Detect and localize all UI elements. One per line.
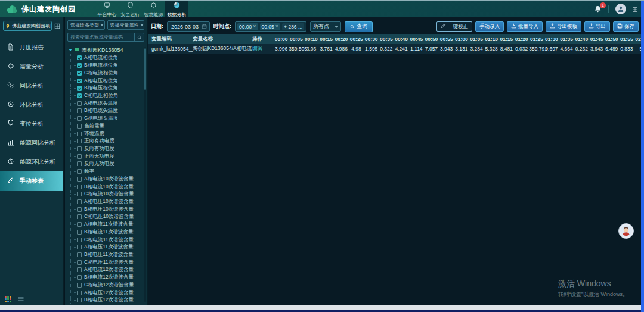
tree-item-checkbox[interactable] [77, 124, 82, 129]
variable-attr-select[interactable]: 选择变量属性 [107, 20, 145, 30]
user-menu-icon[interactable] [633, 4, 637, 14]
tree-item[interactable]: 反向有功电度 [65, 145, 144, 153]
tree-item-checkbox[interactable] [77, 71, 82, 76]
tree-item[interactable]: B相电压11次谐波含量 [65, 251, 144, 259]
tree-item-checkbox[interactable] [77, 154, 82, 159]
tree-item-checkbox[interactable] [77, 108, 82, 113]
sidebar-item-mom-analysis[interactable]: 环比分析 [0, 95, 63, 114]
tree-item-checkbox[interactable] [77, 245, 82, 249]
tree-item[interactable]: A相电压11次谐波含量 [65, 244, 144, 251]
tree-item-checkbox[interactable] [77, 230, 82, 235]
tree-item[interactable]: A相电压相位角 [65, 77, 144, 85]
more-timepoints-chip[interactable]: + 286 ... [282, 23, 304, 30]
tree-item[interactable]: 反向无功电度 [65, 160, 144, 168]
chip-remove-icon[interactable]: × [253, 24, 256, 29]
user-avatar[interactable] [615, 4, 626, 14]
tree-item-checkbox[interactable] [77, 146, 82, 151]
tree-item-checkbox[interactable] [77, 132, 82, 136]
edit-link[interactable]: 编辑 [252, 45, 262, 51]
tree-item[interactable]: 当前需量 [65, 122, 144, 130]
tree-item-checkbox[interactable] [77, 63, 82, 68]
sidebar-item-energy-mom-analysis[interactable]: 能源环比分析 [0, 152, 63, 171]
tree-search-input[interactable] [68, 33, 134, 41]
tree-scrollbar[interactable] [144, 47, 146, 302]
tree-item[interactable]: 频率 [65, 168, 144, 176]
expand-caret-icon[interactable] [69, 49, 72, 51]
tree-item[interactable]: C相电压相位角 [65, 92, 144, 100]
tree-item-checkbox[interactable] [77, 93, 82, 98]
tree-item-checkbox[interactable] [77, 283, 82, 288]
app-launcher-icon[interactable] [5, 296, 11, 302]
tree-item-checkbox[interactable] [77, 177, 82, 182]
nav-tab-energy[interactable]: 智慧能源 [142, 1, 165, 17]
tree-item-checkbox[interactable] [77, 79, 82, 83]
tree-item-checkbox[interactable] [77, 161, 82, 166]
tree-item-checkbox[interactable] [77, 275, 82, 280]
tree-item[interactable]: C相电流10次谐波含量 [65, 191, 144, 198]
tree-item[interactable]: A相电流相位角 [65, 54, 144, 62]
tree-item-checkbox[interactable] [77, 55, 82, 60]
sidebar-item-manual-meter-reading[interactable]: 手动抄表 [0, 171, 63, 191]
date-picker[interactable] [167, 21, 210, 32]
nav-tab-data[interactable]: 数据分析 [165, 1, 188, 17]
project-selector[interactable]: 佛山建发陶创园项目 [3, 21, 52, 31]
tree-item-checkbox[interactable] [77, 207, 82, 212]
manual-entry-button[interactable]: 手动录入 [475, 21, 504, 32]
tree-item[interactable]: C相电流相位角 [65, 69, 144, 77]
tree-item[interactable]: B相电流12次谐波含量 [65, 274, 144, 282]
tree-item[interactable]: B相电流11次谐波含量 [65, 229, 144, 236]
chip-remove-icon[interactable]: × [275, 24, 278, 29]
export-template-button[interactable]: 导出模板 [546, 21, 581, 32]
tree-item[interactable]: C相电流12次谐波含量 [65, 282, 144, 289]
sidebar-item-demand-analysis[interactable]: 需量分析 [0, 57, 63, 76]
point-select[interactable]: 所有点 [310, 21, 341, 32]
tree-item[interactable]: A相电压10次谐波含量 [65, 198, 144, 206]
menu-list-icon[interactable] [17, 295, 24, 302]
tree-item[interactable]: A相电缆头温度 [65, 99, 144, 107]
tree-item-checkbox[interactable] [77, 252, 82, 257]
tree-item-checkbox[interactable] [77, 222, 82, 227]
tree-item[interactable]: A相电流11次谐波含量 [65, 221, 144, 229]
tree-item[interactable]: C相电缆头温度 [65, 115, 144, 123]
sidebar-item-displacement-analysis[interactable]: 变位分析 [0, 114, 63, 133]
scrollbar-thumb[interactable] [144, 48, 146, 90]
tree-item[interactable]: A相电流10次谐波含量 [65, 176, 144, 183]
tree-item-checkbox[interactable] [77, 260, 82, 265]
tree-item[interactable]: B相电流10次谐波含量 [65, 183, 144, 191]
tree-item[interactable]: C相电流11次谐波含量 [65, 236, 144, 244]
tree-item-checkbox[interactable] [77, 101, 82, 106]
date-input[interactable] [170, 23, 200, 30]
sidebar-item-yoy-analysis[interactable]: 同比分析 [0, 76, 63, 95]
tree-item-checkbox[interactable] [77, 298, 82, 302]
tree-item[interactable]: B相电压10次谐波含量 [65, 205, 144, 213]
tree-item[interactable]: A相电流12次谐波含量 [65, 266, 144, 274]
save-button[interactable]: 保存 [613, 21, 639, 32]
export-button[interactable]: 导出 [584, 21, 610, 32]
tree-item-checkbox[interactable] [77, 116, 82, 121]
assistant-avatar-button[interactable] [618, 223, 634, 239]
project-grid-icon[interactable] [54, 23, 60, 29]
tree-item-checkbox[interactable] [77, 238, 82, 242]
tree-item[interactable]: B相电压12次谐波含量 [65, 297, 144, 304]
tree-item[interactable]: 环境温度 [65, 130, 144, 138]
batch-import-button[interactable]: 批量导入 [507, 21, 543, 32]
nav-tab-platform[interactable]: 平台中心 [95, 1, 119, 17]
tree-item-checkbox[interactable] [77, 192, 82, 196]
tree-item-checkbox[interactable] [77, 169, 82, 174]
nav-tab-safety[interactable]: 安全运行 [119, 1, 142, 17]
tree-item[interactable]: C相电压11次谐波含量 [65, 258, 144, 266]
tree-item-checkbox[interactable] [77, 267, 82, 272]
tree-item-checkbox[interactable] [77, 214, 82, 219]
tree-item-checkbox[interactable] [77, 199, 82, 204]
tree-item-checkbox[interactable] [77, 139, 82, 143]
tree-item[interactable]: B相电流相位角 [65, 62, 144, 70]
tree-item[interactable]: B相电缆头温度 [65, 107, 144, 115]
query-button[interactable]: 查询 [345, 21, 373, 32]
tree-item-checkbox[interactable] [77, 185, 82, 189]
sidebar-item-energy-yoy-analysis[interactable]: 能源同比分析 [0, 133, 63, 152]
device-type-select[interactable]: 选择设备类型 [67, 20, 105, 30]
sidebar-item-monthly-report[interactable]: 月度报告 [0, 38, 63, 57]
search-icon[interactable] [134, 33, 144, 41]
timepoint-multiselect[interactable]: 00:00×00:05×+ 286 ... [235, 21, 306, 32]
tree-item-checkbox[interactable] [77, 291, 82, 295]
